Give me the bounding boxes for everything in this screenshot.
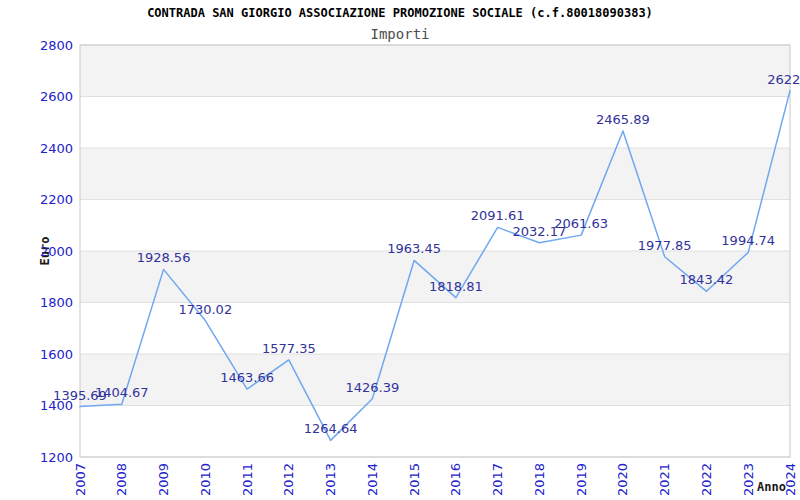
y-tick-label: 1800 [40,295,73,310]
x-tick-label: 2016 [448,463,463,496]
x-tick-label: 2015 [407,463,422,496]
point-value-label: 1977.85 [638,238,692,253]
x-tick-label: 2012 [281,463,296,496]
point-value-label: 1994.74 [721,233,775,248]
point-value-label: 1264.64 [304,421,358,436]
x-tick-label: 2014 [365,463,380,496]
x-tick-label: 2007 [73,463,88,496]
point-value-label: 1577.35 [262,341,316,356]
x-tick-label: 2022 [699,463,714,496]
y-tick-label: 2200 [40,192,73,207]
x-tick-label: 2017 [490,463,505,496]
x-tick-label: 2013 [323,463,338,496]
x-tick-label: 2023 [741,463,756,496]
x-tick-label: 2010 [198,463,213,496]
point-value-label: 1426.39 [345,380,399,395]
plot-svg: 1200140016001800200022002400260028002007… [0,0,800,500]
x-tick-label: 2008 [114,463,129,496]
y-tick-label: 2400 [40,141,73,156]
plot-band [80,45,790,97]
y-tick-label: 2000 [40,244,73,259]
point-value-label: 2465.89 [596,112,650,127]
point-value-label: 1963.45 [387,241,441,256]
point-value-label: 1928.56 [137,250,191,265]
point-value-label: 2091.61 [471,208,525,223]
point-value-label: 2622.6 [767,72,800,87]
x-tick-label: 2019 [574,463,589,496]
point-value-label: 1818.81 [429,279,483,294]
y-tick-label: 1600 [40,347,73,362]
chart-container: CONTRADA SAN GIORGIO ASSOCIAZIONE PROMOZ… [0,0,800,500]
x-tick-label: 2020 [615,463,630,496]
plot-band [80,148,790,200]
point-value-label: 2061.63 [554,216,608,231]
x-tick-label: 2011 [240,463,255,496]
plot-band [80,354,790,406]
x-tick-label: 2018 [532,463,547,496]
point-value-label: 1730.02 [178,302,232,317]
y-tick-label: 2800 [40,38,73,53]
y-tick-label: 2600 [40,89,73,104]
point-value-label: 1843.42 [680,272,734,287]
x-tick-label: 2009 [156,463,171,496]
x-tick-label: 2021 [657,463,672,496]
point-value-label: 1404.67 [95,385,149,400]
y-tick-label: 1200 [40,450,73,465]
x-tick-label: 2024 [783,463,798,496]
point-value-label: 1463.66 [220,370,274,385]
